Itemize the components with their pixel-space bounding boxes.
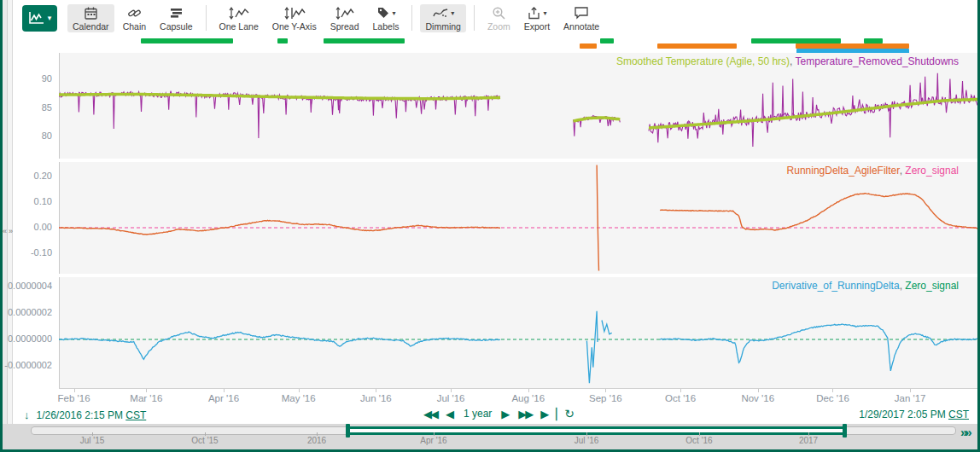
- timeline-label: Jul '16: [575, 436, 599, 445]
- x-tick-label: Aug '16: [511, 393, 545, 403]
- legend-item[interactable]: Smoothed Temperature (Agile, 50 hrs): [616, 55, 790, 67]
- zoom-label: Zoom: [487, 21, 510, 32]
- x-tick: [680, 389, 681, 392]
- y-axis-temperature[interactable]: 908580: [3, 53, 54, 159]
- download-arrow-icon[interactable]: ↓: [24, 409, 30, 421]
- range-end-timezone-link[interactable]: CST: [948, 409, 969, 420]
- toolbar-separator: [411, 5, 412, 31]
- timeline-label: Jul '15: [80, 436, 105, 445]
- range-end-text: 1/29/2017 2:05 PM: [859, 409, 948, 420]
- range-left-handle[interactable]: [346, 424, 350, 438]
- trend-view-button[interactable]: ▾: [22, 5, 57, 32]
- selected-range[interactable]: [348, 426, 844, 435]
- calendar-button[interactable]: Calendar: [67, 4, 114, 32]
- step-back-button[interactable]: ◀: [446, 408, 454, 420]
- timeline-label: Oct '15: [191, 436, 218, 445]
- step-to-end-button[interactable]: ▶▕: [540, 408, 556, 420]
- condition-orange-capsule[interactable]: [657, 43, 737, 49]
- y-tick-label: 0.00: [3, 222, 52, 232]
- legend-item[interactable]: Temperature_Removed_Shutdowns: [796, 55, 959, 67]
- zoom-button[interactable]: Zoom: [482, 4, 516, 32]
- condition-green-capsule[interactable]: [324, 38, 405, 43]
- x-tick: [74, 389, 75, 392]
- step-forward-button[interactable]: ▶: [501, 408, 510, 420]
- lane-temperature[interactable]: [59, 53, 980, 159]
- labels-label: Labels: [373, 21, 400, 32]
- x-axis[interactable]: Feb '16Mar '16Apr '16May '16Jun '16Jul '…: [59, 389, 980, 406]
- y-tick-label: 0.0000002: [3, 307, 52, 317]
- labels-button[interactable]: ▾Labels: [368, 4, 405, 32]
- legend-item[interactable]: RunningDelta_AgileFilter: [787, 165, 900, 177]
- seeq-workbench: « » ▾ CalendarChainCapsuleOne LaneOne Y-…: [0, 0, 980, 452]
- condition-green-capsule[interactable]: [277, 38, 288, 43]
- condition-green-capsule[interactable]: [141, 38, 233, 43]
- range-duration-label[interactable]: 1 year: [464, 408, 492, 420]
- x-tick: [910, 389, 911, 392]
- x-tick-label: Jul '16: [437, 393, 465, 403]
- chevron-down-icon: ▾: [451, 9, 454, 17]
- one-lane-icon: [228, 6, 250, 20]
- y-tick-label: 0.0000000: [3, 333, 52, 344]
- legend-running-delta[interactable]: RunningDelta_AgileFilter, Zero_signal: [787, 165, 959, 177]
- legend-item[interactable]: Zero_signal: [905, 165, 959, 177]
- labels-icon: ▾: [376, 6, 396, 20]
- legend-temperature[interactable]: Smoothed Temperature (Agile, 50 hrs), Te…: [616, 55, 959, 67]
- x-tick: [451, 389, 452, 392]
- timeline-label: 2017: [799, 436, 818, 445]
- trend-chart-icon: [28, 11, 45, 25]
- y-tick-label: -0.10: [3, 247, 52, 258]
- y-tick-label: 0.0000004: [3, 281, 52, 291]
- calendar-label: Calendar: [73, 21, 109, 32]
- y-tick-label: -0.0000002: [3, 360, 52, 370]
- legend-derivative[interactable]: Derivative_of_RunningDelta, Zero_signal: [772, 280, 959, 292]
- timeline-label: Oct '16: [685, 436, 712, 445]
- lane-running-delta[interactable]: [59, 162, 980, 274]
- x-tick-label: Sep '16: [589, 393, 622, 403]
- one-y-axis-button[interactable]: One Y-Axis: [267, 4, 322, 32]
- export-icon: ▾: [527, 6, 546, 20]
- condition-orange-capsule[interactable]: [580, 43, 597, 49]
- y-axis-derivative[interactable]: 0.00000040.00000020.0000000-0.0000002: [3, 277, 54, 389]
- capsule-icon: [169, 6, 184, 20]
- timeline-scrubber: Jul '15Oct '152016Apr '16Jul '16Oct '162…: [3, 424, 977, 449]
- step-forward-full-range-button[interactable]: ▶▶: [518, 408, 532, 420]
- legend-item[interactable]: Derivative_of_RunningDelta: [772, 280, 899, 292]
- dimming-button[interactable]: ▾Dimming: [420, 4, 465, 32]
- toolbar-separator: [474, 5, 475, 31]
- step-back-full-range-button[interactable]: ◀◀: [423, 408, 437, 420]
- x-tick-label: May '16: [282, 393, 316, 403]
- chain-button[interactable]: Chain: [118, 4, 151, 32]
- dimming-icon: ▾: [432, 6, 454, 20]
- range-end-timestamp[interactable]: 1/29/2017 2:05 PM CST: [859, 409, 969, 420]
- annotate-icon: [574, 6, 589, 20]
- export-button[interactable]: ▾Export: [519, 4, 555, 32]
- calendar-icon: [84, 6, 98, 20]
- y-tick-label: 85: [3, 102, 52, 113]
- jump-to-now-icon[interactable]: »»: [960, 425, 970, 439]
- x-tick-label: Apr '16: [208, 393, 239, 403]
- y-tick-label: 90: [3, 73, 52, 84]
- x-tick: [528, 389, 529, 392]
- x-tick-label: Dec '16: [816, 393, 849, 403]
- chevron-down-icon: ▾: [48, 14, 52, 22]
- refresh-icon[interactable]: ↻: [564, 407, 575, 420]
- capsule-button[interactable]: Capsule: [155, 4, 198, 32]
- spread-button[interactable]: Spread: [325, 4, 365, 32]
- range-right-handle[interactable]: [843, 424, 847, 438]
- one-lane-button[interactable]: One Lane: [214, 4, 264, 32]
- annotate-button[interactable]: Annotate: [558, 4, 604, 32]
- range-start-timezone-link[interactable]: CST: [125, 409, 146, 421]
- display-range-footer: ↓1/26/2016 2:15 PM CST ◀◀ ◀ 1 year ▶ ▶▶ …: [14, 406, 977, 424]
- range-start-timestamp[interactable]: ↓1/26/2016 2:15 PM CST: [24, 409, 146, 421]
- x-tick-label: Jun '16: [360, 393, 392, 403]
- y-axis-running-delta[interactable]: 0.200.100.00-0.10: [3, 162, 54, 274]
- toolbar-separator: [206, 5, 207, 31]
- timeline-label: Apr '16: [420, 436, 446, 445]
- range-start-text: 1/26/2016 2:15 PM: [37, 409, 126, 421]
- y-tick-label: 0.20: [3, 171, 52, 181]
- x-tick-label: Jan '17: [895, 393, 926, 403]
- legend-item[interactable]: Zero_signal: [905, 280, 959, 292]
- condition-green-capsule[interactable]: [600, 38, 614, 43]
- x-tick: [605, 389, 606, 392]
- lane-derivative[interactable]: [59, 277, 980, 389]
